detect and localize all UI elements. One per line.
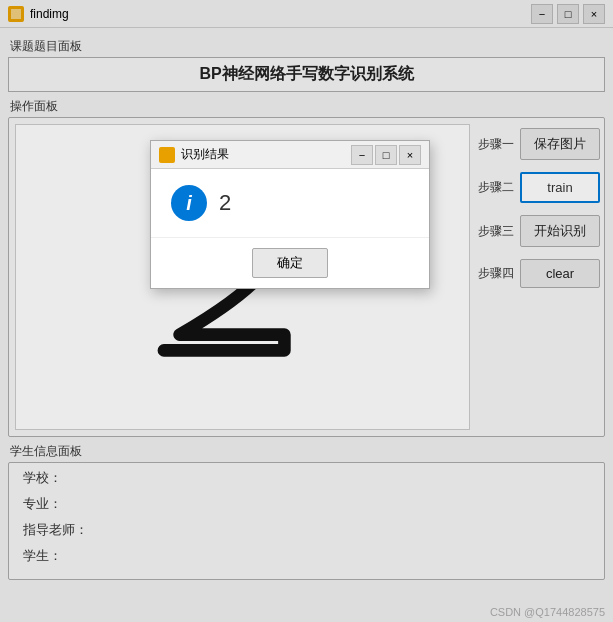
modal-title-bar: 识别结果 − □ × bbox=[151, 141, 429, 169]
modal-minimize-button[interactable]: − bbox=[351, 145, 373, 165]
modal-footer: 确定 bbox=[151, 237, 429, 288]
result-dialog: 识别结果 − □ × i 2 确定 bbox=[150, 140, 430, 289]
modal-maximize-button[interactable]: □ bbox=[375, 145, 397, 165]
modal-close-button[interactable]: × bbox=[399, 145, 421, 165]
info-icon: i bbox=[171, 185, 207, 221]
result-value: 2 bbox=[219, 190, 231, 216]
modal-overlay: 识别结果 − □ × i 2 确定 bbox=[0, 0, 613, 622]
modal-controls[interactable]: − □ × bbox=[351, 145, 421, 165]
modal-body: i 2 bbox=[151, 169, 429, 237]
modal-app-icon bbox=[159, 147, 175, 163]
confirm-button[interactable]: 确定 bbox=[252, 248, 328, 278]
modal-title-left: 识别结果 bbox=[159, 146, 229, 163]
modal-title: 识别结果 bbox=[181, 146, 229, 163]
